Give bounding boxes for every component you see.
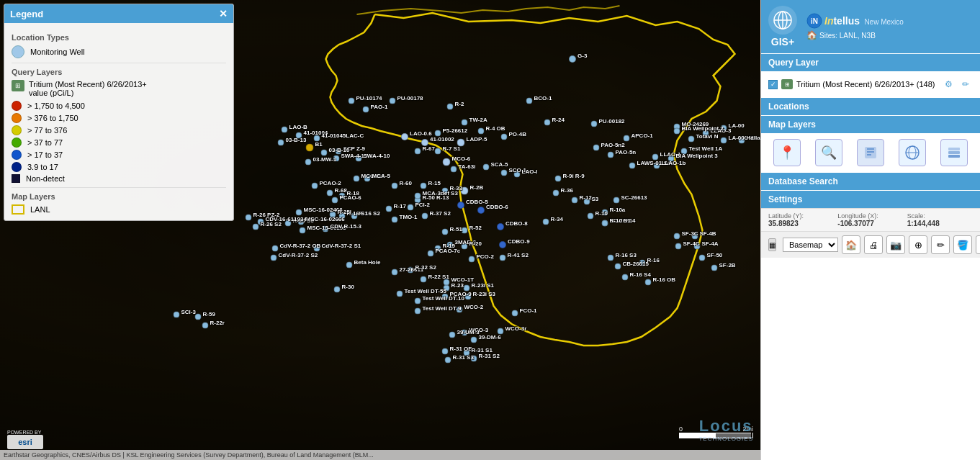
- home-tool-btn[interactable]: 🏠: [842, 235, 860, 254]
- color-dot: [12, 174, 20, 183]
- legend-close-button[interactable]: ✕: [219, 8, 228, 19]
- monitoring-well-label: Monitoring Well: [30, 48, 85, 56]
- locus-logo: Locus TECHNOLOGIES: [698, 417, 753, 442]
- sites-label: Sites: LANL, N3B: [819, 32, 876, 40]
- query-layer-name: Tritium (Most Recent) 6/26/2013+: [29, 80, 147, 89]
- settings-section[interactable]: Settings: [761, 191, 980, 208]
- map-layer-btn-layers[interactable]: [935, 139, 973, 166]
- basemap-tools: 🏠 🖨 📷 ⊕ ✏ 🪣 ?: [842, 235, 980, 254]
- intellus-brand: iN Intellus New Mexico: [806, 13, 904, 29]
- query-settings-icon[interactable]: ⚙: [941, 77, 956, 91]
- color-dot: [12, 125, 22, 135]
- lanl-map-layer-item: LANL: [12, 204, 226, 215]
- query-checkbox[interactable]: ✓: [768, 80, 778, 89]
- map-layers-section[interactable]: Map Layers: [761, 116, 980, 133]
- location-types-label: Location Types: [12, 33, 226, 42]
- scale-display-value: 1:144,448: [907, 220, 973, 227]
- map-layer-btn-pencil[interactable]: [852, 139, 890, 166]
- basemap-grid-icon: ▦: [768, 238, 776, 251]
- locus-text: Locus: [699, 417, 753, 436]
- right-panel-header: GIS+ iN Intellus New Mexico 🏠 Sites: LAN…: [761, 0, 980, 53]
- scale-group: Scale: 1:144,448: [907, 212, 973, 227]
- color-range-label: 3.9 to 17: [27, 163, 58, 171]
- color-range-label: > 376 to 1,750: [27, 114, 78, 122]
- color-dot: [12, 137, 22, 148]
- search-map-icon: 🔍: [815, 139, 842, 166]
- camera-tool-btn[interactable]: 📷: [886, 235, 905, 254]
- latitude-value: 35.89823: [768, 220, 834, 227]
- layers-map-icon: [940, 139, 968, 166]
- legend-body: Location Types Monitoring Well Query Lay…: [4, 23, 233, 220]
- monitoring-well-icon: [12, 45, 24, 58]
- query-layer-full-name: Tritium (Most Recent) 6/26/2013+ (148): [796, 80, 935, 89]
- query-layer-text: Tritium (Most Recent) 6/26/2013+ value (…: [29, 80, 147, 97]
- coord-tool-btn[interactable]: ⊕: [909, 235, 927, 254]
- color-range-item: Non-detect: [12, 174, 226, 183]
- query-layer-unit: value (pCi/L): [29, 89, 147, 97]
- longitude-group: Longitude (X): -106.37077: [837, 212, 903, 227]
- print-tool-btn[interactable]: 🖨: [864, 235, 883, 254]
- intellus-nm: New Mexico: [864, 18, 903, 26]
- query-edit-icons: ⚙ ✏: [941, 77, 973, 91]
- intellus-tellus: tellus: [833, 15, 860, 27]
- map-layer-btn-locate[interactable]: 📍: [768, 139, 806, 166]
- query-edit-icon[interactable]: ✏: [958, 77, 973, 91]
- scale-display-label: Scale:: [907, 212, 973, 220]
- coordinates-bar: Latitude (Y): 35.89823 Longitude (X): -1…: [761, 208, 980, 231]
- longitude-value: -106.37077: [837, 220, 903, 227]
- draw-tool-btn[interactable]: ✏: [931, 235, 950, 254]
- sites-info: 🏠 Sites: LANL, N3B: [806, 30, 904, 40]
- right-panel: GIS+ iN Intellus New Mexico 🏠 Sites: LAN…: [760, 0, 980, 460]
- database-search-section[interactable]: Database Search: [761, 173, 980, 190]
- latitude-label: Latitude (Y):: [768, 212, 834, 220]
- locations-section[interactable]: Locations: [761, 98, 980, 115]
- query-layers-label: Query Layers: [12, 68, 226, 76]
- color-range-item: > 1,750 to 4,500: [12, 101, 226, 111]
- help-tool-btn[interactable]: ?: [976, 235, 980, 254]
- color-dot: [12, 150, 22, 160]
- color-range-item: > 376 to 1,750: [12, 113, 226, 123]
- color-dot: [12, 113, 22, 123]
- map-layer-btn-globe[interactable]: [893, 139, 931, 166]
- powered-by-text: POWERED BY: [7, 430, 41, 435]
- esri-logo: esri: [7, 435, 43, 449]
- query-layer-row: ✓ ⊞ Tritium (Most Recent) 6/26/2013+ (14…: [768, 75, 973, 94]
- locate-map-icon: 📍: [773, 139, 801, 166]
- basemap-select[interactable]: Basemap: [783, 238, 838, 252]
- query-layer-content: ✓ ⊞ Tritium (Most Recent) 6/26/2013+ (14…: [761, 71, 980, 97]
- gis-icon: [768, 6, 797, 35]
- legend-header: Legend ✕: [4, 4, 233, 23]
- longitude-label: Longitude (X):: [837, 212, 903, 220]
- lanl-map-layer-name: LANL: [30, 205, 50, 214]
- latitude-group: Latitude (Y): 35.89823: [768, 212, 834, 227]
- svg-rect-13: [948, 155, 960, 158]
- map-layers-label: Map Layers: [12, 192, 226, 201]
- fill-tool-btn[interactable]: 🪣: [953, 235, 972, 254]
- color-range-label: > 37 to 77: [27, 138, 63, 147]
- map-attribution: Earthstar Geographics, CNES/Airbus DS | …: [0, 450, 760, 460]
- color-range-label: > 77 to 376: [27, 126, 67, 135]
- color-range-label: > 17 to 37: [27, 150, 63, 159]
- attribution-text: Earthstar Geographics, CNES/Airbus DS | …: [4, 451, 374, 459]
- map-layer-btn-search[interactable]: 🔍: [810, 139, 848, 166]
- gis-plus-label: GIS+: [771, 36, 794, 48]
- color-range-label: > 1,750 to 4,500: [27, 102, 85, 110]
- globe-map-icon: [899, 139, 926, 166]
- lanl-map-layer-icon: [12, 204, 24, 215]
- brand-section: iN Intellus New Mexico 🏠 Sites: LANL, N3…: [806, 13, 904, 40]
- query-layer-icon: ⊞: [12, 80, 24, 91]
- intellus-text: Intellus New Mexico: [824, 15, 904, 27]
- color-range-label: Non-detect: [26, 174, 65, 183]
- svg-rect-14: [948, 151, 960, 154]
- svg-rect-15: [948, 148, 960, 150]
- query-layer-item: ⊞ Tritium (Most Recent) 6/26/2013+ value…: [12, 80, 226, 97]
- query-layer-icon-sm: ⊞: [781, 79, 793, 89]
- intellus-in: In: [824, 15, 833, 27]
- color-dot: [12, 101, 22, 111]
- query-layer-section[interactable]: Query Layer: [761, 54, 980, 71]
- map-layers-grid: 📍 🔍: [761, 133, 980, 172]
- basemap-row: ▦ Basemap 🏠 🖨 📷 ⊕ ✏ 🪣 ?: [761, 231, 980, 258]
- sites-icon: 🏠: [806, 30, 817, 40]
- monitoring-well-item: Monitoring Well: [12, 45, 226, 58]
- color-range-item: > 77 to 376: [12, 125, 226, 135]
